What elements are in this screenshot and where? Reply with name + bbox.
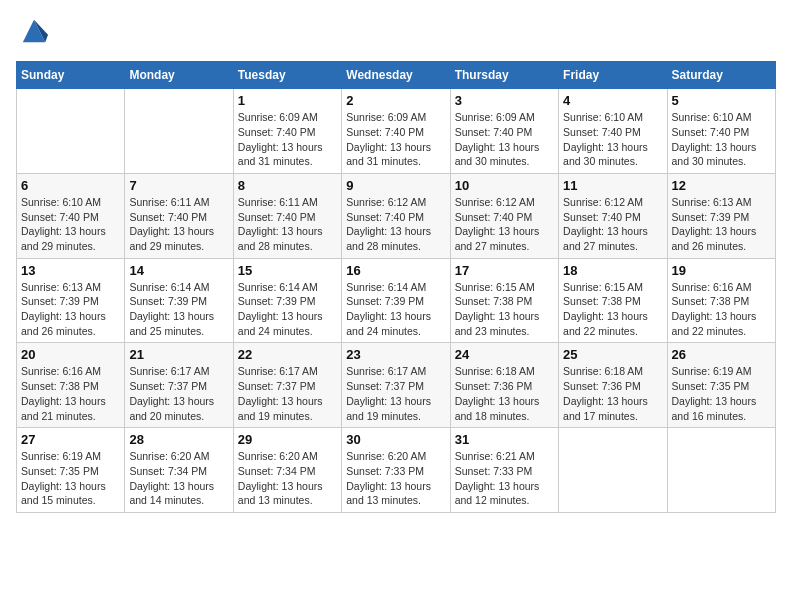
day-info: Sunrise: 6:09 AM Sunset: 7:40 PM Dayligh… (238, 110, 337, 169)
day-number: 26 (672, 347, 771, 362)
header-cell-friday: Friday (559, 62, 667, 89)
day-number: 14 (129, 263, 228, 278)
calendar-cell: 7Sunrise: 6:11 AM Sunset: 7:40 PM Daylig… (125, 173, 233, 258)
day-number: 17 (455, 263, 554, 278)
calendar-cell (667, 428, 775, 513)
calendar-cell: 23Sunrise: 6:17 AM Sunset: 7:37 PM Dayli… (342, 343, 450, 428)
calendar-cell: 19Sunrise: 6:16 AM Sunset: 7:38 PM Dayli… (667, 258, 775, 343)
day-info: Sunrise: 6:15 AM Sunset: 7:38 PM Dayligh… (563, 280, 662, 339)
day-info: Sunrise: 6:10 AM Sunset: 7:40 PM Dayligh… (672, 110, 771, 169)
day-number: 25 (563, 347, 662, 362)
calendar-cell: 24Sunrise: 6:18 AM Sunset: 7:36 PM Dayli… (450, 343, 558, 428)
day-number: 11 (563, 178, 662, 193)
day-info: Sunrise: 6:17 AM Sunset: 7:37 PM Dayligh… (238, 364, 337, 423)
day-info: Sunrise: 6:19 AM Sunset: 7:35 PM Dayligh… (672, 364, 771, 423)
header-cell-tuesday: Tuesday (233, 62, 341, 89)
day-info: Sunrise: 6:14 AM Sunset: 7:39 PM Dayligh… (346, 280, 445, 339)
day-number: 4 (563, 93, 662, 108)
day-number: 18 (563, 263, 662, 278)
calendar-cell: 17Sunrise: 6:15 AM Sunset: 7:38 PM Dayli… (450, 258, 558, 343)
day-number: 19 (672, 263, 771, 278)
calendar-cell: 27Sunrise: 6:19 AM Sunset: 7:35 PM Dayli… (17, 428, 125, 513)
header-cell-saturday: Saturday (667, 62, 775, 89)
calendar-cell: 4Sunrise: 6:10 AM Sunset: 7:40 PM Daylig… (559, 89, 667, 174)
day-info: Sunrise: 6:12 AM Sunset: 7:40 PM Dayligh… (455, 195, 554, 254)
day-info: Sunrise: 6:09 AM Sunset: 7:40 PM Dayligh… (455, 110, 554, 169)
calendar-cell: 31Sunrise: 6:21 AM Sunset: 7:33 PM Dayli… (450, 428, 558, 513)
day-info: Sunrise: 6:19 AM Sunset: 7:35 PM Dayligh… (21, 449, 120, 508)
calendar-cell: 21Sunrise: 6:17 AM Sunset: 7:37 PM Dayli… (125, 343, 233, 428)
day-number: 6 (21, 178, 120, 193)
calendar-cell: 16Sunrise: 6:14 AM Sunset: 7:39 PM Dayli… (342, 258, 450, 343)
day-info: Sunrise: 6:20 AM Sunset: 7:34 PM Dayligh… (238, 449, 337, 508)
calendar-cell: 25Sunrise: 6:18 AM Sunset: 7:36 PM Dayli… (559, 343, 667, 428)
day-info: Sunrise: 6:16 AM Sunset: 7:38 PM Dayligh… (672, 280, 771, 339)
calendar-cell: 26Sunrise: 6:19 AM Sunset: 7:35 PM Dayli… (667, 343, 775, 428)
header-row: SundayMondayTuesdayWednesdayThursdayFrid… (17, 62, 776, 89)
calendar-cell: 5Sunrise: 6:10 AM Sunset: 7:40 PM Daylig… (667, 89, 775, 174)
calendar-cell (17, 89, 125, 174)
day-info: Sunrise: 6:17 AM Sunset: 7:37 PM Dayligh… (346, 364, 445, 423)
logo-icon (20, 16, 48, 44)
day-number: 24 (455, 347, 554, 362)
calendar-cell: 9Sunrise: 6:12 AM Sunset: 7:40 PM Daylig… (342, 173, 450, 258)
calendar-cell (559, 428, 667, 513)
day-info: Sunrise: 6:21 AM Sunset: 7:33 PM Dayligh… (455, 449, 554, 508)
day-number: 21 (129, 347, 228, 362)
day-info: Sunrise: 6:11 AM Sunset: 7:40 PM Dayligh… (129, 195, 228, 254)
day-number: 3 (455, 93, 554, 108)
day-number: 31 (455, 432, 554, 447)
day-number: 8 (238, 178, 337, 193)
logo-text (16, 16, 48, 49)
day-info: Sunrise: 6:20 AM Sunset: 7:34 PM Dayligh… (129, 449, 228, 508)
day-info: Sunrise: 6:17 AM Sunset: 7:37 PM Dayligh… (129, 364, 228, 423)
day-number: 1 (238, 93, 337, 108)
calendar-cell: 13Sunrise: 6:13 AM Sunset: 7:39 PM Dayli… (17, 258, 125, 343)
day-number: 16 (346, 263, 445, 278)
day-number: 22 (238, 347, 337, 362)
day-info: Sunrise: 6:20 AM Sunset: 7:33 PM Dayligh… (346, 449, 445, 508)
calendar-cell: 18Sunrise: 6:15 AM Sunset: 7:38 PM Dayli… (559, 258, 667, 343)
calendar-cell: 14Sunrise: 6:14 AM Sunset: 7:39 PM Dayli… (125, 258, 233, 343)
day-info: Sunrise: 6:13 AM Sunset: 7:39 PM Dayligh… (672, 195, 771, 254)
day-number: 7 (129, 178, 228, 193)
calendar-body: 1Sunrise: 6:09 AM Sunset: 7:40 PM Daylig… (17, 89, 776, 513)
page-header (16, 16, 776, 49)
header-cell-thursday: Thursday (450, 62, 558, 89)
header-cell-monday: Monday (125, 62, 233, 89)
day-number: 2 (346, 93, 445, 108)
calendar-cell: 28Sunrise: 6:20 AM Sunset: 7:34 PM Dayli… (125, 428, 233, 513)
calendar-cell: 30Sunrise: 6:20 AM Sunset: 7:33 PM Dayli… (342, 428, 450, 513)
day-number: 13 (21, 263, 120, 278)
calendar-week-4: 20Sunrise: 6:16 AM Sunset: 7:38 PM Dayli… (17, 343, 776, 428)
day-info: Sunrise: 6:14 AM Sunset: 7:39 PM Dayligh… (238, 280, 337, 339)
calendar-cell: 15Sunrise: 6:14 AM Sunset: 7:39 PM Dayli… (233, 258, 341, 343)
day-number: 27 (21, 432, 120, 447)
calendar-cell: 2Sunrise: 6:09 AM Sunset: 7:40 PM Daylig… (342, 89, 450, 174)
day-info: Sunrise: 6:12 AM Sunset: 7:40 PM Dayligh… (346, 195, 445, 254)
day-info: Sunrise: 6:18 AM Sunset: 7:36 PM Dayligh… (563, 364, 662, 423)
calendar-week-2: 6Sunrise: 6:10 AM Sunset: 7:40 PM Daylig… (17, 173, 776, 258)
day-info: Sunrise: 6:12 AM Sunset: 7:40 PM Dayligh… (563, 195, 662, 254)
calendar-cell: 11Sunrise: 6:12 AM Sunset: 7:40 PM Dayli… (559, 173, 667, 258)
day-number: 23 (346, 347, 445, 362)
calendar-cell: 12Sunrise: 6:13 AM Sunset: 7:39 PM Dayli… (667, 173, 775, 258)
day-info: Sunrise: 6:16 AM Sunset: 7:38 PM Dayligh… (21, 364, 120, 423)
calendar-week-1: 1Sunrise: 6:09 AM Sunset: 7:40 PM Daylig… (17, 89, 776, 174)
calendar-cell: 3Sunrise: 6:09 AM Sunset: 7:40 PM Daylig… (450, 89, 558, 174)
calendar-header: SundayMondayTuesdayWednesdayThursdayFrid… (17, 62, 776, 89)
calendar-cell: 22Sunrise: 6:17 AM Sunset: 7:37 PM Dayli… (233, 343, 341, 428)
calendar-table: SundayMondayTuesdayWednesdayThursdayFrid… (16, 61, 776, 513)
day-number: 10 (455, 178, 554, 193)
day-info: Sunrise: 6:09 AM Sunset: 7:40 PM Dayligh… (346, 110, 445, 169)
calendar-cell (125, 89, 233, 174)
calendar-cell: 1Sunrise: 6:09 AM Sunset: 7:40 PM Daylig… (233, 89, 341, 174)
calendar-cell: 10Sunrise: 6:12 AM Sunset: 7:40 PM Dayli… (450, 173, 558, 258)
calendar-cell: 8Sunrise: 6:11 AM Sunset: 7:40 PM Daylig… (233, 173, 341, 258)
day-number: 5 (672, 93, 771, 108)
header-cell-wednesday: Wednesday (342, 62, 450, 89)
day-number: 15 (238, 263, 337, 278)
day-info: Sunrise: 6:15 AM Sunset: 7:38 PM Dayligh… (455, 280, 554, 339)
day-info: Sunrise: 6:13 AM Sunset: 7:39 PM Dayligh… (21, 280, 120, 339)
day-number: 12 (672, 178, 771, 193)
